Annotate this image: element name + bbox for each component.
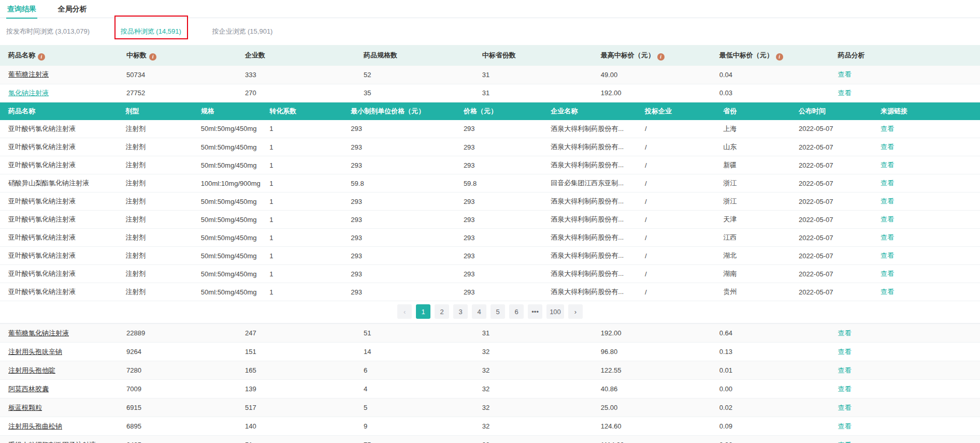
view-source-link[interactable]: 查看 <box>881 197 894 205</box>
cell-dosage-form: 注射剂 <box>125 120 201 138</box>
cell-spec-count: 5 <box>364 398 482 417</box>
view-source-link[interactable]: 查看 <box>881 252 894 259</box>
view-source-link[interactable]: 查看 <box>881 215 894 223</box>
cell-min-unit-price: 293 <box>351 211 464 229</box>
drug-name-link[interactable]: 注射用头孢呋辛钠 <box>8 348 62 356</box>
detail-row: 亚叶酸钙氯化钠注射液 注射剂 50ml:50mg/450mg 1 293 293… <box>0 193 980 211</box>
view-source-link[interactable]: 查看 <box>881 179 894 187</box>
detail-row: 亚叶酸钙氯化钠注射液 注射剂 50ml:50mg/450mg 1 293 293… <box>0 211 980 229</box>
pagination-page-button[interactable]: 4 <box>472 304 486 319</box>
drug-row: 葡萄糖氯化钠注射液 22889 247 51 31 192.00 0.64 查看 <box>0 324 980 343</box>
pagination-page-button[interactable]: ••• <box>528 304 542 319</box>
view-analysis-link[interactable]: 查看 <box>838 366 852 374</box>
cell-province: 天津 <box>723 211 799 229</box>
cell-dosage-form: 注射剂 <box>125 138 201 156</box>
pagination-page-button[interactable]: 6 <box>509 304 524 319</box>
drug-name-link[interactable]: 重组人粒细胞刺激因子注射液 <box>8 441 96 443</box>
browse-by-variety[interactable]: 按品种浏览 (14,591) <box>121 27 181 35</box>
cell-province: 山东 <box>723 138 799 156</box>
drug-row: 注射用头孢呋辛钠 9264 151 14 32 96.80 0.13 查看 <box>0 343 980 361</box>
cell-source: 查看 <box>881 120 980 138</box>
cell-min-price: 0.13 <box>719 343 838 361</box>
view-analysis-link[interactable]: 查看 <box>838 404 852 411</box>
cell-analysis: 查看 <box>838 361 980 380</box>
tab-query-results[interactable]: 查询结果 <box>6 0 37 19</box>
cell-publish-date: 2022-05-07 <box>799 156 881 174</box>
cell-max-price: 122.55 <box>601 361 719 380</box>
cell-conversion-factor: 1 <box>269 138 351 156</box>
cell-spec: 100ml:10mg/900mg <box>201 174 269 193</box>
cell-spec-count: 6 <box>364 361 482 380</box>
cell-company-name: 酒泉大得利制药股份有... <box>551 156 645 174</box>
pagination-page-button[interactable]: 1 <box>416 304 430 319</box>
view-analysis-link[interactable]: 查看 <box>838 422 852 430</box>
pagination-page-button[interactable]: 5 <box>491 304 505 319</box>
browse-by-company[interactable]: 按企业浏览 (15,901) <box>212 27 272 35</box>
view-source-link[interactable]: 查看 <box>881 125 894 132</box>
pagination-page-button[interactable]: 2 <box>435 304 449 319</box>
pagination-page-button[interactable]: 100 <box>546 304 564 319</box>
info-icon[interactable] <box>38 53 45 61</box>
cell-drug-name: 葡萄糖注射液 <box>0 66 126 84</box>
cell-dosage-form: 注射剂 <box>125 193 201 211</box>
view-analysis-link[interactable]: 查看 <box>838 329 852 337</box>
cell-min-price: 0.64 <box>719 324 838 343</box>
cell-source: 查看 <box>881 229 980 247</box>
detail-row: 亚叶酸钙氯化钠注射液 注射剂 50ml:50mg/450mg 1 293 293… <box>0 120 980 138</box>
col-label: 中标省份数 <box>482 51 516 59</box>
cell-conversion-factor: 1 <box>269 229 351 247</box>
cell-source: 查看 <box>881 156 980 174</box>
info-icon[interactable] <box>149 53 156 61</box>
pagination-prev-button[interactable]: ‹ <box>397 304 412 319</box>
view-source-link[interactable]: 查看 <box>881 233 894 241</box>
col-label: 中标数 <box>126 51 147 59</box>
detail-row: 亚叶酸钙氯化钠注射液 注射剂 50ml:50mg/450mg 1 293 293… <box>0 283 980 301</box>
drug-name-link[interactable]: 阿莫西林胶囊 <box>8 385 49 393</box>
pagination-page-button[interactable]: 3 <box>453 304 468 319</box>
cell-publish-date: 2022-05-07 <box>799 211 881 229</box>
cell-detail-drug-name: 亚叶酸钙氯化钠注射液 <box>0 120 125 138</box>
view-analysis-link[interactable]: 查看 <box>838 89 852 97</box>
cell-conversion-factor: 1 <box>269 120 351 138</box>
col-price: 价格（元） <box>464 102 551 120</box>
drug-row: 板蓝根颗粒 6915 517 5 32 25.00 0.02 查看 <box>0 398 980 417</box>
drug-name-link[interactable]: 注射用头孢他啶 <box>8 366 55 374</box>
view-analysis-link[interactable]: 查看 <box>838 70 852 78</box>
cell-min-unit-price: 293 <box>351 156 464 174</box>
cell-company-name: 酒泉大得利制药股份有... <box>551 193 645 211</box>
col-source-link: 来源链接 <box>881 102 980 120</box>
info-icon[interactable] <box>776 53 783 61</box>
drug-name-link[interactable]: 板蓝根颗粒 <box>8 404 42 411</box>
view-source-link[interactable]: 查看 <box>881 161 894 169</box>
info-icon[interactable] <box>657 53 665 61</box>
cell-analysis: 查看 <box>838 436 980 443</box>
view-analysis-link[interactable]: 查看 <box>838 348 852 356</box>
cell-detail-drug-name: 亚叶酸钙氯化钠注射液 <box>0 265 125 283</box>
drug-name-link[interactable]: 葡萄糖注射液 <box>8 70 49 78</box>
drug-name-link[interactable]: 氯化钠注射液 <box>8 89 49 97</box>
view-source-link[interactable]: 查看 <box>881 288 894 296</box>
cell-detail-drug-name: 硝酸异山梨酯氯化钠注射液 <box>0 174 125 193</box>
drug-name-link[interactable]: 葡萄糖氯化钠注射液 <box>8 329 69 337</box>
drug-row: 注射用头孢他啶 7280 165 6 32 122.55 0.01 查看 <box>0 361 980 380</box>
cell-dosage-form: 注射剂 <box>125 247 201 265</box>
browse-by-publish-time-wrap: 按发布时间浏览 (3,013,079) <box>6 27 90 36</box>
drug-name-link[interactable]: 注射用头孢曲松钠 <box>8 422 62 430</box>
browse-by-publish-time[interactable]: 按发布时间浏览 (3,013,079) <box>6 27 90 35</box>
cell-source: 查看 <box>881 265 980 283</box>
view-source-link[interactable]: 查看 <box>881 270 894 277</box>
tab-global-analysis[interactable]: 全局分析 <box>57 0 88 19</box>
col-province-count: 中标省份数 <box>482 45 601 66</box>
cell-max-price: 192.00 <box>601 84 719 102</box>
pagination-next-button[interactable]: › <box>568 304 583 319</box>
cell-analysis: 查看 <box>838 324 980 343</box>
view-analysis-link[interactable]: 查看 <box>838 385 852 393</box>
cell-spec: 50ml:50mg/450mg <box>201 229 269 247</box>
cell-min-price: 0.04 <box>719 66 838 84</box>
col-label: 企业数 <box>245 51 265 59</box>
cell-price: 293 <box>464 265 551 283</box>
cell-spec-count: 35 <box>364 84 482 102</box>
view-source-link[interactable]: 查看 <box>881 143 894 151</box>
view-analysis-link[interactable]: 查看 <box>838 441 852 443</box>
cell-source: 查看 <box>881 211 980 229</box>
